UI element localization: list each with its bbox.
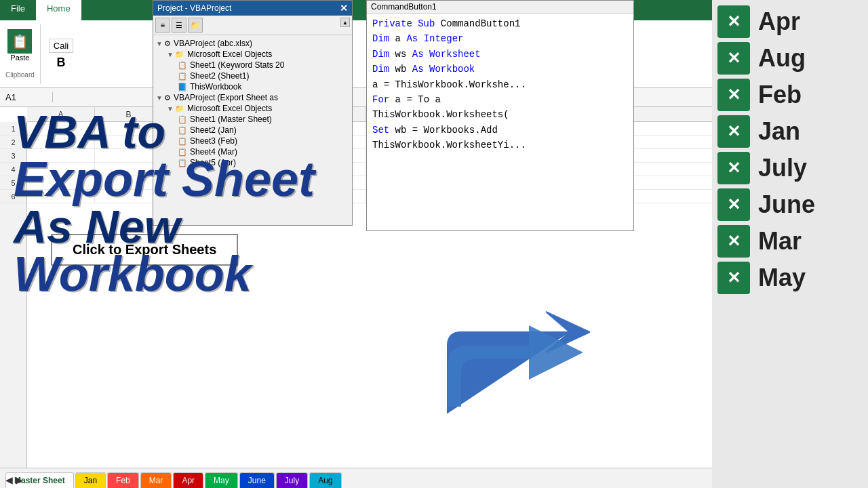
right-sidebar: ✕ Apr ✕ Aug ✕ Feb ✕ Jan ✕ July ✕ — [712, 0, 868, 488]
sheet-icon: 📋 — [178, 137, 187, 146]
excel-icon-july: ✕ — [717, 152, 750, 184]
tree-sheet-jan[interactable]: 📋 Sheet2 (Jan) — [156, 125, 349, 136]
code-line-8: Set wb = Workbooks.Add — [372, 123, 628, 138]
font-name[interactable]: Cali — [49, 39, 73, 53]
cell-a2[interactable] — [27, 136, 95, 148]
cell-a6[interactable] — [27, 190, 95, 203]
tree-sheet-mar[interactable]: 📋 Sheet4 (Mar) — [156, 146, 349, 157]
vba-title-bar[interactable]: Project - VBAProject ✕ — [153, 1, 352, 16]
sheet-tab-july[interactable]: July — [276, 472, 308, 488]
month-item-aug[interactable]: ✕ Aug — [717, 42, 863, 75]
collapse-icon: ▼ — [167, 51, 174, 58]
tree-label-jan: Sheet2 (Jan) — [190, 125, 237, 135]
paste-icon: 📋 — [7, 29, 32, 54]
code-set-wb: wb = Workbooks.Add — [395, 125, 498, 136]
sheet-tab-feb[interactable]: Feb — [107, 472, 139, 488]
code-var-ws: ws — [395, 49, 412, 60]
sheet-tab-apr[interactable]: Apr — [173, 472, 203, 488]
sheet-tab-jan[interactable]: Jan — [75, 472, 106, 488]
vba-toolbar: ≡ ☰ 📁 ▲ — [153, 16, 352, 35]
tree-excel-objects-2[interactable]: ▼ 📁 Microsoft Excel Objects — [156, 103, 349, 114]
cell-a1[interactable] — [27, 122, 95, 135]
sheet-icon: 📋 — [178, 126, 187, 135]
code-toolbar: CommandButton1 — [367, 1, 633, 14]
month-item-jan[interactable]: ✕ Jan — [717, 115, 863, 148]
project-icon: ⚙ — [164, 39, 171, 48]
code-line-4: Dim wb As Workbook — [372, 62, 628, 77]
paste-label: Paste — [10, 54, 29, 62]
tab-home[interactable]: Home — [36, 0, 81, 20]
excel-icon-apr: ✕ — [717, 5, 750, 38]
tree-sheet1[interactable]: 📋 Sheet1 (Keyword Stats 20 — [156, 60, 349, 70]
vba-close-button[interactable]: ✕ — [340, 3, 348, 14]
folder-icon: 📁 — [175, 50, 184, 59]
tree-vbaproject-abc[interactable]: ▼ ⚙ VBAProject (abc.xlsx) — [156, 38, 349, 49]
tree-sheet-feb[interactable]: 📋 Sheet3 (Feb) — [156, 136, 349, 146]
excel-icon-mar: ✕ — [717, 225, 750, 258]
vba-tool-view[interactable]: ≡ — [155, 18, 170, 33]
month-item-june[interactable]: ✕ June — [717, 188, 863, 221]
keyword-for: For — [372, 94, 389, 105]
code-editor-window: CommandButton1 Private Sub CommandButton… — [366, 0, 634, 231]
excel-icon-jan: ✕ — [717, 115, 750, 148]
month-item-feb[interactable]: ✕ Feb — [717, 79, 863, 111]
paste-button[interactable]: 📋 Paste — [7, 29, 32, 62]
code-content[interactable]: Private Sub CommandButton1 Dim a As Inte… — [367, 14, 633, 230]
sheet-tab-mar[interactable]: Mar — [140, 472, 172, 488]
row-2: 2 — [0, 136, 26, 149]
col-a: A — [27, 107, 95, 121]
sheet-tab-may[interactable]: May — [205, 472, 238, 488]
export-button[interactable]: Click to Export Sheets — [51, 234, 238, 266]
tree-label-thisworkbook: ThisWorkbook — [190, 82, 241, 92]
nav-right-arrow[interactable]: ▶ — [16, 474, 23, 485]
cell-a4[interactable] — [27, 163, 95, 176]
tree-label-feb: Sheet3 (Feb) — [190, 136, 237, 146]
project-icon: ⚙ — [164, 94, 171, 102]
tree-label-master: Sheet1 (Master Sheet) — [190, 115, 272, 124]
sheet-tab-aug[interactable]: Aug — [309, 472, 341, 488]
tree-excel-objects-1[interactable]: ▼ 📁 Microsoft Excel Objects — [156, 49, 349, 60]
month-item-may[interactable]: ✕ May — [717, 262, 863, 294]
cell-a3[interactable] — [27, 149, 95, 162]
excel-x-letter: ✕ — [727, 49, 741, 68]
tree-thisworkbook[interactable]: 📘 ThisWorkbook — [156, 81, 349, 92]
clipboard-label: Clipboard — [5, 71, 35, 79]
code-var-a: a — [395, 33, 407, 44]
tree-sheet-apr[interactable]: 📋 Sheet5 (Apr) — [156, 157, 349, 168]
month-item-mar[interactable]: ✕ Mar — [717, 225, 863, 258]
cell-a5[interactable] — [27, 176, 95, 189]
month-item-apr[interactable]: ✕ Apr — [717, 5, 863, 38]
month-label-mar: Mar — [758, 227, 802, 256]
month-label-aug: Aug — [758, 44, 806, 73]
tree-sheet-master[interactable]: 📋 Sheet1 (Master Sheet) — [156, 114, 349, 125]
code-toolbar-label[interactable]: CommandButton1 — [371, 2, 437, 12]
cell-reference[interactable]: A1 — [5, 92, 53, 102]
keyword-dim2: Dim — [372, 49, 395, 60]
excel-x-letter: ✕ — [727, 12, 741, 31]
code-set-ws: ThisWorkbook.Worksheets( — [372, 109, 509, 120]
code-commandbutton: CommandButton1 — [441, 18, 521, 29]
vba-tool-folder[interactable]: 📁 — [188, 18, 203, 33]
tab-file[interactable]: File — [0, 0, 36, 20]
sheet-icon: 📋 — [178, 159, 187, 167]
tree-vbaproject-export[interactable]: ▼ ⚙ VBAProject (Export Sheet as — [156, 92, 349, 103]
tree-label-excel-obj2: Microsoft Excel Objects — [187, 104, 272, 113]
sheet-icon: 📋 — [178, 72, 187, 81]
excel-x-letter: ✕ — [727, 232, 741, 251]
collapse-icon: ▼ — [156, 94, 163, 102]
tree-label-export: VBAProject (Export Sheet as — [174, 93, 278, 102]
month-label-jan: Jan — [758, 117, 800, 146]
nav-left-arrow[interactable]: ◀ — [5, 474, 13, 485]
bold-btn[interactable]: B — [57, 56, 66, 70]
keyword-as-integer: As Integer — [406, 33, 463, 44]
vba-tool-list[interactable]: ☰ — [172, 18, 186, 33]
row-3: 3 — [0, 149, 26, 163]
keyword-set: Set — [372, 125, 395, 136]
row-1: 1 — [0, 122, 26, 136]
vba-scroll-up[interactable]: ▲ — [340, 18, 350, 27]
excel-icon-feb: ✕ — [717, 79, 750, 111]
sheet-tab-june[interactable]: June — [239, 472, 275, 488]
month-item-july[interactable]: ✕ July — [717, 152, 863, 184]
tree-sheet2[interactable]: 📋 Sheet2 (Sheet1) — [156, 70, 349, 81]
month-label-june: June — [758, 190, 815, 219]
